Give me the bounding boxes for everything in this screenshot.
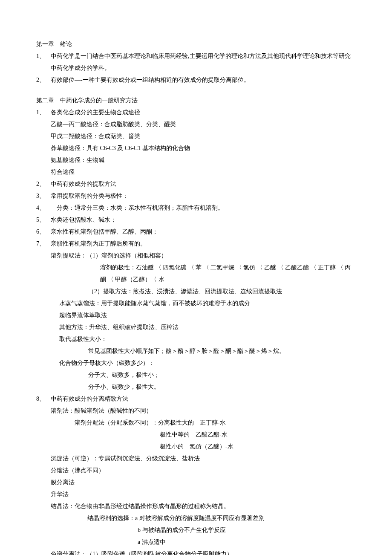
sub-item: 超临界流体萃取法 [36,309,356,321]
list-item: 3、 常用提取溶剂的分类与极性： [36,190,356,202]
sub-item: a 沸点适中 [36,536,356,548]
sub-item: 色谱分离法：（1）吸附色谱（吸附剂队被分离化合物分子吸附能力） [36,548,356,555]
item-number: 7、 [36,238,51,250]
sub-item: 结晶法：化合物由非晶形经过结晶操作形成有晶形的过程称为结晶。 [36,500,356,512]
list-item: 8、 中药有效成分的分离精致方法 [36,393,356,405]
sub-item: 乙酸—丙二酸途径：合成脂肪酸类、分类、醌类 [36,119,356,130]
item-text: 有效部位—-一种主要有效成分或一组结构相近的有效成分的提取分离部位。 [51,74,356,86]
item-text: 亲脂性有机溶剂为正丁醇后所有的。 [51,238,356,250]
list-item: 2、 有效部位—-一种主要有效成分或一组结构相近的有效成分的提取分离部位。 [36,74,356,86]
item-text: 常用提取溶剂的分类与极性： [51,190,356,202]
chapter-1-title: 第一章 绪论 [36,38,356,50]
sub-item: 取代基极性大小： [36,333,356,345]
sub-item: 溶剂的极性：石油醚 〈 四氯化碳 〈 苯 〈 二氯甲烷 〈 氯仿 〈 乙醚 〈 … [36,262,356,286]
sub-item: 极性小的—氯仿（乙醚）-水 [36,441,356,453]
sub-item: 结晶溶剂的选择：a 对被溶解成分的溶解度随温度不同应有显著差别 [36,512,356,524]
sub-item: 极性中等的—乙酸乙酯-水 [36,429,356,441]
list-item: 1、 中药化学是一门结合中医药基本理论和临床用药经验,主要运用化学的理论和方法及… [36,50,356,74]
item-text: 各类化合成分的主要生物合成途径 [51,107,356,119]
item-text: 中药有效成分的提取方法 [51,178,356,190]
item-number: 4、 [36,202,51,214]
list-item: 1、 各类化合成分的主要生物合成途径 [36,107,356,119]
sub-item: 溶剂提取法：（1）溶剂的选择（相似相容） [36,250,356,262]
sub-item: 甲戊二羟酸途径：合成萜类、甾类 [36,130,356,142]
item-text: 分类：通常分三类：水类；亲水性有机溶剂；亲脂性有机溶剂。 [51,202,356,214]
sub-item: 升华法 [36,489,356,500]
sub-item: b 与被结晶的成分不产生化学反应 [36,524,356,536]
list-item: 5、 水类还包括酸水、碱水； [36,214,356,226]
sub-item: 水蒸气蒸馏法：用于提取能随水蒸气蒸馏，而不被破坏的难溶于水的成分 [36,298,356,309]
sub-item: 常见基团极性大小顺序如下；酸＞酚＞醇＞胺＞醛＞酮＞酯＞醚＞烯＞烷。 [36,345,356,357]
item-number: 1、 [36,107,51,119]
sub-item: 分馏法（沸点不同） [36,465,356,477]
item-text: 中药有效成分的分离精致方法 [51,393,356,405]
sub-item: 其他方法：升华法、组织破碎提取法、压榨法 [36,321,356,333]
sub-item: 溶剂法：酸碱溶剂法（酸碱性的不同） [36,405,356,417]
item-number: 3、 [36,190,51,202]
item-number: 8、 [36,393,51,405]
item-number: 1、 [36,50,51,74]
sub-item: 分子大、碳数多，极性小； [36,369,356,381]
item-number: 5、 [36,214,51,226]
sub-item: 符合途径 [36,166,356,178]
sub-item: 沉淀法（可逆）：专属试剂沉淀法、分级沉淀法、盐析法 [36,453,356,465]
chapter-2-title: 第二章 中药化学成分的一般研究方法 [36,95,356,107]
item-number: 2、 [36,74,51,86]
sub-item: 氨基酸途径：生物碱 [36,154,356,166]
item-text: 亲水性有机溶剂包括甲醇、乙醇、丙酮； [51,226,356,238]
item-text: 水类还包括酸水、碱水； [51,214,356,226]
sub-item: 溶剂分配法（分配系数不同）：分离极性大的—正丁醇-水 [36,417,356,429]
item-number: 6、 [36,226,51,238]
sub-item: 分子小、碳数少，极性大。 [36,381,356,393]
sub-item: 膜分离法 [36,477,356,489]
sub-item: 化合物分子母核大小（碳数多少）： [36,357,356,369]
list-item: 4、 分类：通常分三类：水类；亲水性有机溶剂；亲脂性有机溶剂。 [36,202,356,214]
sub-item: 莽草酸途径：具有 C6-C3 及 C6-C1 基本结构的化合物 [36,142,356,154]
sub-item: （2）提取方法：煎煮法、浸渍法、渗漉法、回流提取法、连续回流提取法 [36,286,356,298]
list-item: 2、 中药有效成分的提取方法 [36,178,356,190]
list-item: 7、 亲脂性有机溶剂为正丁醇后所有的。 [36,238,356,250]
list-item: 6、 亲水性有机溶剂包括甲醇、乙醇、丙酮； [36,226,356,238]
item-number: 2、 [36,178,51,190]
item-text: 中药化学是一门结合中医药基本理论和临床用药经验,主要运用化学的理论和方法及其他现… [51,50,356,74]
